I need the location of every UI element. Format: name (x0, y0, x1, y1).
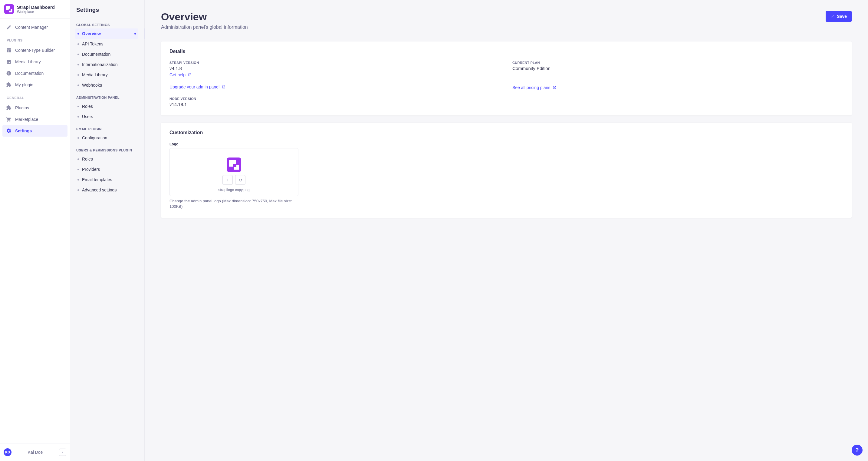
nav-general-heading: GENERAL (2, 91, 67, 102)
nav-media-library[interactable]: Media Library (2, 56, 67, 67)
subnav-label: API Tokens (82, 41, 103, 46)
link-label: See all pricing plans (513, 85, 550, 90)
save-label: Save (837, 14, 847, 19)
upgrade-link[interactable]: Upgrade your admin panel (169, 85, 225, 89)
subnav-overview[interactable]: Overview (75, 28, 138, 39)
page-title: Overview (161, 11, 248, 23)
nav-label: Marketplace (15, 117, 38, 122)
subnav-global-heading: GLOBAL SETTINGS (76, 23, 138, 27)
nav-content-manager[interactable]: Content Manager (2, 22, 67, 33)
nav-settings[interactable]: Settings (2, 125, 67, 137)
subnav-label: Roles (82, 104, 93, 109)
link-label: Upgrade your admin panel (169, 85, 219, 89)
user-avatar[interactable]: KD (4, 448, 11, 456)
settings-subnav: Settings GLOBAL SETTINGS Overview API To… (70, 0, 145, 461)
subnav-up-providers[interactable]: Providers (75, 164, 138, 174)
subnav-label: Email templates (82, 177, 112, 182)
subnav-admin-users[interactable]: Users (75, 112, 138, 122)
customization-title: Customization (169, 130, 843, 135)
external-link-icon (222, 85, 225, 89)
strapi-version-label: STRAPI VERSION (169, 61, 500, 64)
info-icon (6, 70, 11, 76)
collapse-nav-button[interactable] (59, 449, 66, 456)
logo-upload-box: strapilogo copy.png (169, 148, 299, 196)
get-help-link[interactable]: Get help (169, 73, 192, 77)
node-version-value: v14.18.1 (169, 102, 500, 107)
strapi-version-value: v4.1.8 (169, 66, 500, 71)
question-icon: ? (856, 447, 859, 454)
layout-icon (6, 48, 11, 53)
nav-label: Content Manager (15, 25, 48, 30)
pricing-link[interactable]: See all pricing plans (513, 85, 556, 90)
details-title: Details (169, 49, 843, 54)
plus-icon (226, 178, 230, 182)
nav-documentation[interactable]: Documentation (2, 67, 67, 79)
subnav-usersperm-heading: USERS & PERMISSIONS PLUGIN (76, 148, 138, 152)
subnav-documentation[interactable]: Documentation (75, 49, 138, 59)
subnav-label: Roles (82, 156, 93, 162)
logo-preview (227, 157, 241, 172)
current-plan-label: CURRENT PLAN (513, 61, 843, 64)
nav-user-area: KD Kai Doe (0, 443, 70, 461)
logo-label: Logo (169, 142, 843, 146)
nav-plugins-heading: PLUGINS (2, 33, 67, 45)
image-icon (6, 59, 11, 64)
add-logo-button[interactable] (222, 175, 233, 185)
nav-plugins[interactable]: Plugins (2, 102, 67, 114)
nav-label: Content-Type Builder (15, 48, 55, 53)
subnav-label: Media Library (82, 73, 108, 77)
nav-label: Media Library (15, 59, 41, 64)
external-link-icon (553, 86, 556, 89)
subnav-label: Documentation (82, 52, 111, 57)
pencil-icon (6, 25, 11, 30)
link-label: Get help (169, 73, 186, 77)
subnav-label: Internationalization (82, 62, 118, 67)
refresh-icon (239, 178, 242, 182)
subnav-up-email-templates[interactable]: Email templates (75, 174, 138, 185)
user-name: Kai Doe (17, 450, 54, 455)
subnav-email-config[interactable]: Configuration (75, 133, 138, 143)
puzzle-icon (6, 82, 11, 88)
subnav-api-tokens[interactable]: API Tokens (75, 39, 138, 49)
check-icon (831, 15, 834, 19)
primary-nav: Strapi Dashboard Workplace Content Manag… (0, 0, 70, 461)
node-version-label: NODE VERSION (169, 97, 500, 100)
subnav-label: Webhooks (82, 83, 102, 88)
brand-title: Strapi Dashboard (17, 4, 55, 10)
subnav-admin-heading: ADMINISTRATION PANEL (76, 96, 138, 99)
cart-icon (6, 117, 11, 122)
subnav-internationalization[interactable]: Internationalization (75, 59, 138, 70)
subnav-label: Advanced settings (82, 188, 117, 192)
nav-label: Documentation (15, 71, 43, 76)
main-content: Overview Administration panel's global i… (145, 0, 868, 461)
puzzle-solid-icon (6, 105, 11, 111)
nav-label: My plugin (15, 82, 33, 87)
subnav-divider (76, 16, 84, 17)
logo-hint: Change the admin panel logo (Max dimensi… (169, 198, 299, 209)
subnav-label: Providers (82, 167, 100, 172)
nav-content-type-builder[interactable]: Content-Type Builder (2, 45, 67, 56)
details-card: Details STRAPI VERSION v4.1.8 Get help U… (161, 41, 851, 115)
nav-my-plugin[interactable]: My plugin (2, 79, 67, 91)
strapi-logo-icon (4, 4, 14, 14)
help-fab-button[interactable]: ? (851, 444, 863, 456)
subnav-admin-roles[interactable]: Roles (75, 101, 138, 112)
subnav-title: Settings (76, 7, 138, 13)
subnav-media-library[interactable]: Media Library (75, 70, 138, 80)
subnav-email-heading: EMAIL PLUGIN (76, 127, 138, 131)
customization-card: Customization Logo strapilogo copy.png C… (161, 123, 851, 218)
subnav-label: Overview (82, 31, 101, 36)
current-plan-value: Community Edition (513, 66, 843, 71)
subnav-webhooks[interactable]: Webhooks (75, 80, 138, 90)
brand-area[interactable]: Strapi Dashboard Workplace (0, 0, 70, 19)
subnav-label: Users (82, 114, 93, 119)
nav-label: Plugins (15, 106, 29, 110)
subnav-up-roles[interactable]: Roles (75, 154, 138, 164)
nav-marketplace[interactable]: Marketplace (2, 114, 67, 125)
external-link-icon (188, 73, 192, 77)
chevron-left-icon (61, 451, 64, 454)
page-subtitle: Administration panel's global informatio… (161, 25, 248, 30)
reset-logo-button[interactable] (235, 175, 245, 185)
subnav-up-advanced[interactable]: Advanced settings (75, 185, 138, 195)
save-button[interactable]: Save (826, 11, 851, 22)
